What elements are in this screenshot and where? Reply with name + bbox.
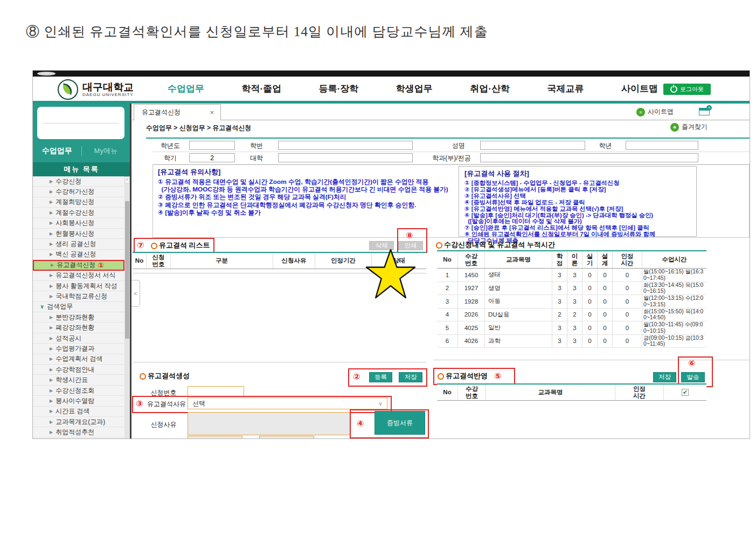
sidebar-item-수강허가신청[interactable]: ▶수강허가신청 xyxy=(33,187,124,197)
nav-item[interactable]: 사이트맵 xyxy=(621,83,658,95)
favorite-star-icon: ★ xyxy=(670,123,679,132)
column-header: No xyxy=(437,385,457,400)
attach-document-button[interactable]: 증빙서류 xyxy=(374,411,425,435)
nav-item[interactable]: 취업·산학 xyxy=(470,83,510,95)
send-button[interactable]: 발송 xyxy=(681,372,705,382)
sidebar-item-생리 공결신청[interactable]: ▶생리 공결신청 xyxy=(33,239,124,249)
sidebar-item-시간표 검색[interactable]: ▶시간표 검색 xyxy=(33,407,124,417)
sidebar-item-검색업무[interactable]: ∨검색업무 xyxy=(33,302,124,312)
login-info-card xyxy=(37,107,124,139)
enrollment-row[interactable]: 31928아동33000월(12:00~13:15) 수(12:00~13:15… xyxy=(437,295,706,308)
column-header: No xyxy=(133,253,146,269)
sidebar-item-교과목개요(교과)[interactable]: ▶교과목개요(교과) xyxy=(33,417,124,427)
nav-item[interactable]: 학생업무 xyxy=(396,83,433,95)
scroll-up-arrow[interactable]: ^ xyxy=(124,176,130,184)
college-input[interactable] xyxy=(278,153,413,162)
notice-line: ① 유고결석 적용은 대면수업 및 실시간 Zoom 수업, 학습기간(출석인정… xyxy=(158,178,455,186)
sidebar-item-백신 공결신청[interactable]: ▶백신 공결신청 xyxy=(33,250,124,260)
enrollment-cell: 0 xyxy=(582,295,597,308)
enrollment-cell: 4026 xyxy=(457,335,484,348)
sidebar-item-수강신청[interactable]: ▶수강신청 xyxy=(33,176,124,187)
sidebar-item-사회봉사신청[interactable]: ▶사회봉사신청 xyxy=(33,218,124,229)
request-no-input[interactable] xyxy=(188,386,244,397)
sidebar-item-수강학점안내[interactable]: ▶수강학점안내 xyxy=(33,365,124,375)
request-detail-textarea[interactable] xyxy=(188,412,351,435)
sidebar-item-봉사이수열람[interactable]: ▶봉사이수열람 xyxy=(33,396,124,406)
enrollment-cell: 생명 xyxy=(484,282,552,295)
enrollment-row[interactable]: 54025일반33000월(10:30~11:45) 수(09:00~10:15… xyxy=(437,321,706,335)
enrollment-cell: 2026 xyxy=(457,308,484,321)
sidebar-item-계절희망신청[interactable]: ▶계절희망신청 xyxy=(33,197,124,208)
name-input[interactable] xyxy=(480,141,585,150)
enrollment-row[interactable]: 42026DU실용22000화(15:00~15:50) 목(14:00~14:… xyxy=(437,308,706,322)
sidebar-item-label: 수강신청 xyxy=(56,177,81,186)
sitemap-link[interactable]: ≡ 사이트맵 xyxy=(636,107,674,116)
app-window: 대구대학교 DAEGU UNIVERSITY 수업업무학적·졸업등록·장학학생업… xyxy=(32,70,750,439)
sidebar-collapse-handle[interactable]: < xyxy=(131,280,140,307)
sidebar-item-헌혈봉사신청[interactable]: ▶헌혈봉사신청 xyxy=(33,229,124,239)
sidebar-item-국내학점교류신청[interactable]: ▶국내학점교류신청 xyxy=(33,291,124,301)
semester-input[interactable] xyxy=(189,153,235,162)
scroll-thumb[interactable] xyxy=(125,201,129,339)
absence-reason-select[interactable]: 선택 ∨ xyxy=(188,397,387,409)
tab-absence-request[interactable]: 유고결석신청 × xyxy=(134,104,221,120)
enrollment-cell: 생태 xyxy=(484,269,552,282)
notice-procedure-title: [유고결석 사용 절차] xyxy=(464,169,693,179)
popup-window-icon[interactable] xyxy=(699,108,710,115)
sidebar-scrollbar[interactable]: ^ xyxy=(124,176,130,438)
sidebar-item-수업계획서 검색[interactable]: ▶수업계획서 검색 xyxy=(33,354,124,365)
period-to-input[interactable] xyxy=(259,436,314,439)
sidebar-item-유고결석신청서 서식[interactable]: ▶유고결석신청서 서식 xyxy=(33,271,124,281)
sidebar-tab-work[interactable]: 수업업무 xyxy=(33,146,81,156)
dept-input[interactable] xyxy=(480,153,698,162)
arrow-right-icon: ▶ xyxy=(50,336,53,341)
sidebar-item-폐강강좌현황[interactable]: ▶폐강강좌현황 xyxy=(33,323,124,333)
register-button[interactable]: 등록 xyxy=(369,372,392,382)
enrollment-row[interactable]: 64026과학33000금(09:00~10:15) 금(10:30~11:45… xyxy=(437,335,706,348)
annotation-badge-6: ⑥ xyxy=(688,358,696,368)
nav-item[interactable]: 등록·장학 xyxy=(319,83,359,95)
university-logo[interactable]: 대구대학교 DAEGU UNIVERSITY xyxy=(58,79,134,100)
enrollment-cell: 화(13:30~14:45) 목(15:00~16:15) xyxy=(642,282,706,295)
select-all-checkbox[interactable]: ✔ xyxy=(682,389,689,396)
arrow-right-icon: ▶ xyxy=(50,378,53,382)
logout-label: 로그아웃 xyxy=(680,85,704,93)
nav-item[interactable]: 학적·졸업 xyxy=(241,83,281,95)
annotation-badge-1: ① xyxy=(98,261,104,270)
sidebar-item-성적공시[interactable]: ▶성적공시 xyxy=(33,333,124,344)
student-no-input[interactable] xyxy=(278,141,413,150)
sidebar-item-수강신청조회[interactable]: ▶수강신청조회 xyxy=(33,386,124,396)
nav-item[interactable]: 수업업무 xyxy=(168,83,204,95)
enrollment-cell: 0 xyxy=(582,282,597,295)
sidebar-item-label: 폐강강좌현황 xyxy=(56,323,94,332)
sidebar-item-수업평가결과[interactable]: ▶수업평가결과 xyxy=(33,344,124,354)
grade-input[interactable] xyxy=(626,141,698,150)
period-from-input[interactable] xyxy=(188,436,242,439)
column-header-check: ✔ xyxy=(663,385,706,400)
tab-close-icon[interactable]: × xyxy=(210,108,214,116)
sidebar-item-label: 국내학점교류신청 xyxy=(56,292,107,301)
enrollment-row[interactable]: 21927생명33000화(13:30~14:45) 목(15:00~16:15… xyxy=(437,282,706,296)
sidebar-item-계절수강신청[interactable]: ▶계절수강신청 xyxy=(33,208,124,218)
nav-item[interactable]: 국제교류 xyxy=(547,83,584,95)
apply-save-button[interactable]: 저장 xyxy=(653,372,676,382)
enrollment-cell: 3 xyxy=(567,269,582,282)
notice-line: ④ [증빙서류]선택 후 파일 업로드 - 저장 클릭 xyxy=(464,200,693,206)
sidebar-item-분반강좌현황[interactable]: ▶분반강좌현황 xyxy=(33,312,124,323)
enrollment-cell: 월(12:00~13:15) 수(12:00~13:15) xyxy=(642,295,706,308)
sidebar-item-학생시간표[interactable]: ▶학생시간표 xyxy=(33,375,124,385)
sidebar-item-유고결석신청[interactable]: ▶유고결석신청① xyxy=(33,260,124,270)
logout-button[interactable]: 로그아웃 xyxy=(663,84,711,95)
sidebar-top: 수업업무 My메뉴 xyxy=(33,104,130,162)
arrow-right-icon: ▶ xyxy=(50,346,53,351)
sidebar-item-label: 수강신청조회 xyxy=(56,386,94,395)
favorite-link[interactable]: ★ 즐겨찾기 xyxy=(670,122,708,132)
sidebar-tab-mymenu[interactable]: My메뉴 xyxy=(82,146,130,156)
enrollment-cell: 0 xyxy=(597,308,612,321)
create-save-button[interactable]: 저장 xyxy=(399,372,422,382)
arrow-right-icon: ▶ xyxy=(50,284,53,289)
year-input[interactable] xyxy=(189,141,235,150)
sidebar-item-봉사 활동계획서 작성[interactable]: ▶봉사 활동계획서 작성 xyxy=(33,281,124,291)
sidebar-item-취업적성추천[interactable]: ▶취업적성추천 xyxy=(33,427,124,437)
enrollment-row[interactable]: 11450생태33000월(15:00~16:15) 월(16:30~17:45… xyxy=(437,269,706,282)
